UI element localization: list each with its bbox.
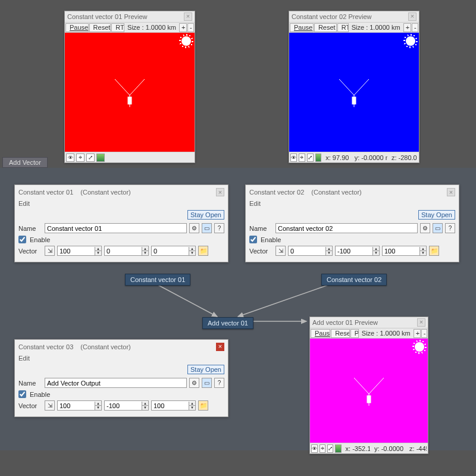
preview-icon[interactable]: ▭ (433, 223, 443, 233)
close-icon[interactable]: × (216, 188, 224, 196)
preview-addv-canvas[interactable] (310, 339, 428, 443)
node-cv1[interactable]: Constant vector 01 (125, 274, 190, 286)
expand-icon[interactable] (86, 154, 95, 162)
preview-addv: Add vector 01 Preview× Pause Reset P Siz… (309, 317, 428, 454)
folder-icon[interactable]: 📁 (429, 246, 439, 256)
size-label: Size : 1.0000 km (359, 330, 413, 337)
rtp-button[interactable]: RT (337, 23, 349, 32)
compass-icon (348, 373, 390, 409)
gear-icon[interactable]: ⚙ (189, 378, 199, 388)
tab-add-vector[interactable]: Add Vector (2, 157, 48, 168)
preview-cv1-canvas[interactable] (65, 33, 195, 152)
vector-x-field[interactable]: ▲▼ (57, 246, 102, 256)
close-icon[interactable]: × (417, 318, 425, 327)
edit-menu[interactable]: Edit (18, 354, 224, 362)
axes-icon[interactable]: ⇲ (275, 246, 286, 256)
vector-y-field[interactable]: ▲▼ (335, 246, 380, 256)
reset-button[interactable]: Reset (331, 329, 350, 338)
enable-checkbox[interactable] (18, 236, 26, 243)
node-addv[interactable]: Add vector 01 (202, 317, 253, 329)
rtp-button[interactable]: RTP (111, 23, 124, 32)
axes-icon[interactable]: ⇲ (45, 246, 55, 256)
axes-icon[interactable]: ⇲ (45, 400, 55, 411)
name-label: Name (18, 225, 42, 232)
target-icon[interactable] (76, 154, 84, 162)
coord-y: y: -0.0000 mm (372, 445, 405, 452)
panel-title: Constant vector 02 (249, 189, 304, 196)
expand-icon[interactable] (327, 444, 333, 453)
preview-addv-title: Add vector 01 Preview (312, 319, 417, 326)
gear-icon[interactable]: ⚙ (189, 223, 199, 233)
stay-open-button[interactable]: Stay Open (418, 210, 455, 220)
gear-icon[interactable]: ⚙ (420, 223, 430, 233)
help-icon[interactable]: ? (214, 223, 224, 233)
vector-z-field[interactable]: ▲▼ (151, 246, 196, 256)
name-field[interactable] (45, 223, 187, 233)
vector-z-field[interactable]: ▲▼ (151, 400, 196, 411)
panel-cv3: Constant vector 03(Constant vector)× Edi… (14, 339, 228, 417)
preview-cv1-title: Constant vector 01 Preview (67, 13, 184, 20)
zoom-in-button[interactable]: + (403, 23, 411, 32)
eye-icon[interactable] (311, 444, 318, 453)
size-label: Size : 1.0000 km (125, 24, 178, 31)
coord-x: x: -352.1 m (343, 445, 371, 452)
rtp-button[interactable]: P (350, 329, 359, 338)
zoom-in-button[interactable]: + (179, 23, 187, 32)
zoom-out-button[interactable]: - (421, 329, 427, 338)
vector-z-field[interactable]: ▲▼ (382, 246, 427, 256)
eye-icon[interactable] (66, 154, 74, 162)
vector-x-field[interactable]: ▲▼ (57, 400, 102, 411)
svg-line-4 (339, 79, 354, 95)
name-label: Name (249, 225, 273, 232)
vector-y-field[interactable]: ▲▼ (104, 400, 149, 411)
preview-cv2-canvas[interactable] (289, 33, 419, 152)
paint-icon[interactable] (335, 444, 341, 453)
zoom-out-button[interactable]: - (187, 23, 194, 32)
svg-line-8 (354, 378, 369, 394)
compass-icon (333, 74, 375, 110)
stay-open-button[interactable]: Stay Open (187, 365, 224, 374)
target-icon[interactable] (299, 154, 305, 162)
vector-x-field[interactable]: ▲▼ (288, 246, 333, 256)
eye-icon[interactable] (290, 154, 297, 162)
svg-line-5 (354, 79, 369, 95)
enable-checkbox[interactable] (18, 390, 26, 398)
edit-menu[interactable]: Edit (249, 199, 455, 208)
edit-menu[interactable]: Edit (18, 199, 224, 208)
close-icon[interactable]: × (408, 12, 416, 21)
pause-button[interactable]: Pause (65, 23, 89, 32)
paint-icon[interactable] (96, 154, 105, 162)
panel-cv1: Constant vector 01(Constant vector)× Edi… (14, 184, 228, 262)
vector-y-field[interactable]: ▲▼ (104, 246, 149, 256)
help-icon[interactable]: ? (445, 223, 455, 233)
coord-z: z: -445. (407, 445, 427, 452)
preview-icon[interactable]: ▭ (202, 223, 212, 233)
pause-button[interactable]: Pause (290, 23, 314, 32)
zoom-out-button[interactable]: - (412, 23, 418, 32)
node-cv2[interactable]: Constant vector 02 (321, 274, 387, 286)
name-field[interactable] (45, 378, 187, 388)
panel-title: Constant vector 01 (18, 189, 73, 196)
sun-icon (415, 342, 424, 352)
expand-icon[interactable] (307, 154, 314, 162)
folder-icon[interactable]: 📁 (198, 400, 208, 411)
help-icon[interactable]: ? (214, 378, 224, 388)
target-icon[interactable] (320, 444, 325, 453)
preview-cv1: Constant vector 01 Preview× Pause Reset … (64, 11, 195, 163)
reset-button[interactable]: Reset (89, 23, 111, 32)
reset-button[interactable]: Reset (314, 23, 337, 32)
zoom-in-button[interactable]: + (414, 329, 421, 338)
vector-label: Vector (249, 248, 273, 255)
close-icon[interactable]: × (447, 188, 455, 196)
close-icon[interactable]: × (216, 343, 224, 351)
panel-cv2: Constant vector 02(Constant vector)× Edi… (245, 184, 459, 262)
preview-icon[interactable]: ▭ (202, 378, 212, 388)
enable-checkbox[interactable] (249, 236, 257, 243)
paint-icon[interactable] (315, 154, 322, 162)
pause-button[interactable]: Pause (311, 329, 330, 338)
name-field[interactable] (275, 223, 418, 233)
folder-icon[interactable]: 📁 (198, 246, 208, 256)
stay-open-button[interactable]: Stay Open (187, 210, 224, 220)
close-icon[interactable]: × (184, 12, 192, 21)
svg-line-1 (130, 79, 145, 95)
